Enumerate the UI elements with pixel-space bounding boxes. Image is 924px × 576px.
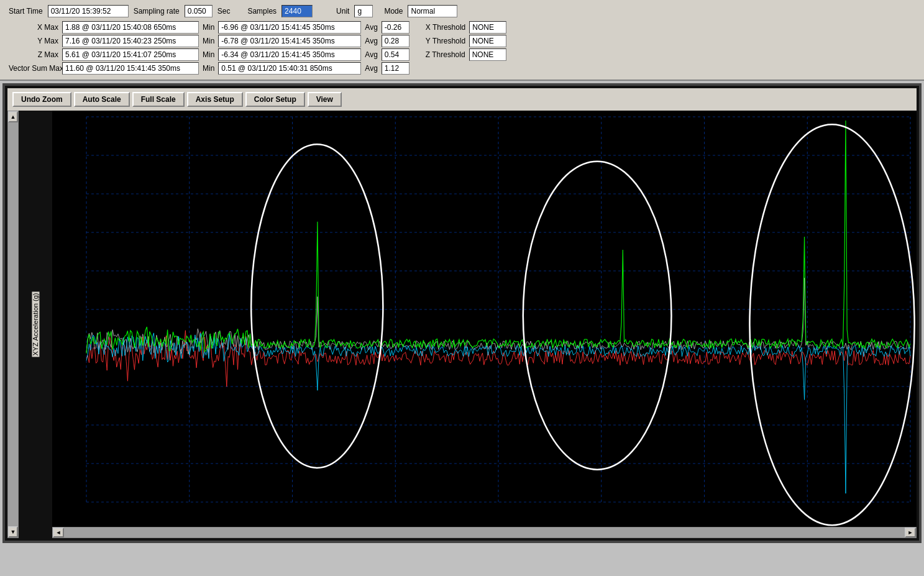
svg-text:6.432: 6.432 <box>68 229 84 236</box>
x-max-value: 1.88 @ 03/11/20 15:40:08 650ms <box>62 21 199 34</box>
y-axis-area: ▲ ▼ XYZ Acceleration (g) <box>7 111 52 538</box>
y-scroll-up-btn[interactable]: ▲ <box>8 111 18 122</box>
z-stat-row: Z Max 5.61 @ 03/11/20 15:41:07 250ms Min… <box>9 48 915 61</box>
x-scroll-track <box>64 528 905 537</box>
z-avg-value: 0.54 <box>382 48 409 61</box>
svg-text:15:40:37 750ms: 15:40:37 750ms <box>373 505 418 512</box>
samples-value[interactable]: 2440 <box>281 5 313 17</box>
vector-min-label: Min <box>203 64 214 73</box>
svg-text:2.320: 2.320 <box>68 306 84 313</box>
x-scroll-right-btn[interactable]: ► <box>905 528 916 537</box>
svg-text:03/11/20: 03/11/20 <box>280 513 304 519</box>
z-threshold-value: NONE <box>469 48 506 61</box>
svg-text:15:40:53: 15:40:53 <box>487 505 511 512</box>
annotations-group <box>251 124 914 525</box>
svg-text:03/11/20: 03/11/20 <box>177 513 201 519</box>
y-labels-group: 12.60010.5448.4886.4324.3762.3200.264-1.… <box>65 114 84 506</box>
grid-group <box>86 117 910 502</box>
z-label: Z Max <box>9 50 58 59</box>
z-min-label: Min <box>203 50 214 59</box>
sampling-rate-value: 0.050 <box>185 5 213 17</box>
vector-stat-row: Vector Sum Max 11.60 @ 03/11/20 15:41:45… <box>9 62 915 75</box>
svg-point-50 <box>523 162 672 470</box>
z-threshold-label: Z Threshold <box>426 50 465 59</box>
sampling-rate-label: Sampling rate <box>134 7 180 16</box>
x-labels-group: 15:39:5203/11/2015:40:07 250ms03/11/2015… <box>75 505 917 519</box>
full-scale-button[interactable]: Full Scale <box>132 92 185 107</box>
y-scroll-track <box>8 122 18 526</box>
start-time-value: 03/11/20 15:39:52 <box>48 5 129 17</box>
y-scroll-down-btn[interactable]: ▼ <box>8 526 18 537</box>
vector-avg-label: Avg <box>365 64 377 73</box>
svg-text:15:40:07 250ms: 15:40:07 250ms <box>167 505 212 512</box>
svg-point-51 <box>749 124 914 525</box>
sec-label: Sec <box>217 7 231 16</box>
svg-text:03/11/20: 03/11/20 <box>487 513 511 519</box>
chart-frame: Undo Zoom Auto Scale Full Scale Axis Set… <box>2 83 922 543</box>
z-min-value: -6.34 @ 03/11/20 15:41:45 350ms <box>218 48 361 61</box>
undo-zoom-button[interactable]: Undo Zoom <box>12 92 71 107</box>
x-min-value: -6.96 @ 03/11/20 15:41:45 350ms <box>218 21 361 34</box>
y-scrollbar[interactable]: ▲ ▼ <box>7 111 19 538</box>
vector-min-value: 0.51 @ 03/11/20 15:40:31 850ms <box>218 62 361 75</box>
svg-text:15:41:23 500ms: 15:41:23 500ms <box>682 505 727 512</box>
svg-text:15:40:22 500ms: 15:40:22 500ms <box>270 505 315 512</box>
y-threshold-value: NONE <box>469 35 506 47</box>
plot-svg-container: 12.60010.5448.4886.4324.3762.3200.264-1.… <box>52 111 917 527</box>
mode-label: Mode <box>384 7 403 16</box>
y-min-label: Min <box>203 37 214 45</box>
svg-text:03/11/20: 03/11/20 <box>589 513 613 519</box>
unit-label: Unit <box>336 7 349 16</box>
svg-text:-5.904: -5.904 <box>66 460 85 467</box>
x-scrollbar[interactable]: ◄ ► <box>52 527 917 538</box>
svg-text:-1.792: -1.792 <box>66 383 85 390</box>
vector-avg-value: 1.12 <box>382 62 409 75</box>
mode-value: Normal <box>408 5 457 17</box>
vector-label: Vector Sum Max <box>9 64 58 73</box>
samples-label: Samples <box>247 7 277 16</box>
x-threshold-label: X Threshold <box>426 23 465 32</box>
chart-body: ▲ ▼ XYZ Acceleration (g) 12.60010.5448.4… <box>7 111 917 538</box>
svg-text:0.264: 0.264 <box>68 345 84 352</box>
unit-value: g <box>354 5 373 17</box>
y-stat-row: Y Max 7.16 @ 03/11/20 15:40:23 250ms Min… <box>9 35 915 47</box>
info-panel: Start Time 03/11/20 15:39:52 Sampling ra… <box>0 0 924 81</box>
chart-svg: 12.60010.5448.4886.4324.3762.3200.264-1.… <box>52 111 917 527</box>
svg-text:15:41:54: 15:41:54 <box>899 505 917 512</box>
svg-text:15:41:08 250ms: 15:41:08 250ms <box>579 505 624 512</box>
x-scroll-left-btn[interactable]: ◄ <box>53 528 64 537</box>
y-max-value: 7.16 @ 03/11/20 15:40:23 250ms <box>62 35 199 47</box>
svg-text:15:41:38 750ms: 15:41:38 750ms <box>785 505 830 512</box>
svg-text:03/11/20: 03/11/20 <box>383 513 408 519</box>
svg-text:03/11/20: 03/11/20 <box>692 513 716 519</box>
svg-text:4.376: 4.376 <box>68 268 84 275</box>
svg-text:03/11/20: 03/11/20 <box>899 513 917 519</box>
y-avg-label: Avg <box>365 37 377 45</box>
stats-rows: X Max 1.88 @ 03/11/20 15:40:08 650ms Min… <box>5 20 919 77</box>
chart-toolbar: Undo Zoom Auto Scale Full Scale Axis Set… <box>7 88 917 111</box>
auto-scale-button[interactable]: Auto Scale <box>74 92 130 107</box>
y-threshold-label: Y Threshold <box>426 37 465 45</box>
x-avg-label: Avg <box>365 23 377 32</box>
y-min-value: -6.78 @ 03/11/20 15:41:45 350ms <box>218 35 361 47</box>
y-label: Y Max <box>9 37 58 45</box>
y-axis-label-container: XYZ Acceleration (g) <box>19 111 52 538</box>
svg-text:8.488: 8.488 <box>68 191 84 198</box>
svg-text:15:39:52: 15:39:52 <box>75 505 99 512</box>
x-threshold-value: NONE <box>469 21 506 34</box>
x-label: X Max <box>9 23 58 32</box>
svg-text:12.600: 12.600 <box>65 114 84 121</box>
vector-max-value: 11.60 @ 03/11/20 15:41:45 350ms <box>62 62 199 75</box>
main-plot-area: 12.60010.5448.4886.4324.3762.3200.264-1.… <box>52 111 917 538</box>
view-button[interactable]: View <box>308 92 342 107</box>
z-avg-label: Avg <box>365 50 377 59</box>
y-axis-label: XYZ Acceleration (g) <box>32 292 39 357</box>
axis-setup-button[interactable]: Axis Setup <box>187 92 243 107</box>
svg-text:10.544: 10.544 <box>65 152 84 159</box>
start-time-label: Start Time <box>9 7 43 16</box>
color-setup-button[interactable]: Color Setup <box>245 92 305 107</box>
z-max-value: 5.61 @ 03/11/20 15:41:07 250ms <box>62 48 199 61</box>
x-avg-value: -0.26 <box>382 21 409 34</box>
y-avg-value: 0.28 <box>382 35 409 47</box>
svg-text:-3.848: -3.848 <box>66 422 85 429</box>
